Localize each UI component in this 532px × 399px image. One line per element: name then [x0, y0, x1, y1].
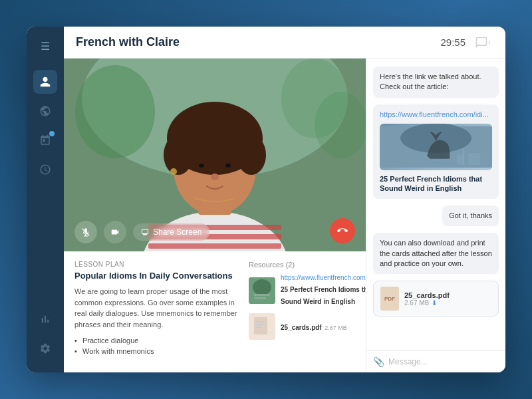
sidebar-item-globe[interactable]: [33, 99, 57, 123]
lesson-bullet-1: Practice dialogue: [74, 335, 238, 346]
resource-item-1: https://www.fluentfrench.com/idioms 25 P…: [249, 274, 355, 307]
app-container: ☰ French with Claire 29:55: [27, 27, 505, 372]
chat-message-input[interactable]: [388, 357, 499, 366]
lesson-section-label: Lesson Plan: [74, 261, 238, 268]
video-controls: Share Screen: [74, 221, 209, 243]
main-content: French with Claire 29:55 ›: [64, 27, 505, 372]
lesson-panel: Lesson Plan Popular Idioms In Daily Conv…: [64, 251, 366, 372]
resource-info-2: 25_cards.pdf 2.67 MB: [281, 321, 355, 332]
lesson-title: Popular Idioms In Daily Conversations: [74, 271, 238, 281]
sidebar: ☰: [27, 27, 64, 372]
resource-title-2: 25_cards.pdf: [281, 324, 322, 331]
svg-rect-33: [255, 327, 262, 328]
chat-message-4: You can also download and print the card…: [373, 233, 499, 274]
resource-link-1[interactable]: https://www.fluentfrench.com/idioms: [281, 274, 366, 281]
share-screen-button[interactable]: Share Screen: [133, 223, 209, 241]
chat-text-4: You can also download and print the card…: [380, 239, 492, 267]
svg-rect-28: [254, 297, 266, 299]
resource-thumb-pdf: [249, 313, 275, 340]
svg-rect-39: [457, 155, 464, 165]
share-screen-label: Share Screen: [153, 227, 201, 237]
video-lesson-panel: Share Screen Lesson Plan Popular Idioms …: [64, 59, 366, 372]
svg-point-20: [170, 168, 177, 175]
camera-button[interactable]: [104, 221, 126, 243]
svg-point-18: [225, 164, 231, 168]
chat-article-title: 25 Perfect French Idioms that Sound Weir…: [380, 174, 492, 194]
svg-rect-30: [254, 317, 267, 334]
file-size: 2.67 MB ⬇: [404, 299, 491, 307]
resources-panel: Resources (2) https://www.fluentfrench.c…: [249, 261, 355, 363]
lesson-bullet-2: Work with mnemonics: [74, 346, 238, 356]
chat-text-1: Here's the link we talked about. Check o…: [380, 72, 481, 90]
file-name: 25_cards.pdf: [404, 291, 491, 299]
chat-text-3: Got it, thanks: [449, 211, 492, 219]
chat-image-preview: [380, 124, 492, 170]
resource-title-1: 25 Perfect French Idioms that Sound Weir…: [281, 286, 366, 305]
svg-rect-31: [255, 321, 265, 323]
calendar-badge: [49, 131, 55, 136]
svg-rect-38: [468, 153, 480, 165]
end-call-button[interactable]: [330, 218, 355, 243]
svg-rect-6: [148, 243, 281, 249]
file-attachment: PDF 25_cards.pdf 2.67 MB ⬇: [373, 281, 499, 317]
lesson-description: We are going to learn proper usage of th…: [74, 286, 238, 330]
lesson-bullets: Practice dialogue Work with mnemonics: [74, 335, 238, 356]
svg-point-17: [199, 164, 204, 168]
lesson-info: Lesson Plan Popular Idioms In Daily Conv…: [74, 261, 238, 363]
content-area: Share Screen Lesson Plan Popular Idioms …: [64, 59, 505, 372]
chat-message-2: https://www.fluentfrench.com/idi...: [373, 104, 499, 199]
resource-info-1: https://www.fluentfrench.com/idioms 25 P…: [281, 274, 366, 307]
menu-icon[interactable]: ☰: [37, 36, 54, 57]
attach-icon[interactable]: 📎: [373, 356, 384, 367]
session-timer: 29:55: [440, 37, 466, 48]
chat-toggle-icon[interactable]: ›: [472, 32, 493, 53]
svg-rect-27: [254, 294, 270, 296]
sidebar-item-calendar[interactable]: [33, 128, 57, 152]
chat-input-area: 📎: [366, 350, 505, 372]
resource-thumb-article: [249, 277, 275, 304]
page-title: French with Claire: [76, 35, 434, 49]
chat-message-1: Here's the link we talked about. Check o…: [373, 66, 499, 98]
resource-item-2: 25_cards.pdf 2.67 MB: [249, 313, 355, 340]
chat-panel: Here's the link we talked about. Check o…: [366, 59, 505, 372]
resources-label: Resources (2): [249, 261, 355, 269]
sidebar-item-clock[interactable]: [33, 158, 57, 182]
video-area: Share Screen: [64, 59, 366, 251]
header: French with Claire 29:55 ›: [64, 27, 505, 59]
svg-point-19: [211, 174, 219, 180]
chat-messages: Here's the link we talked about. Check o…: [366, 59, 505, 350]
chat-link-2[interactable]: https://www.fluentfrench.com/idi...: [380, 110, 492, 120]
svg-point-21: [75, 65, 155, 158]
resource-size-2: 2.67 MB: [325, 325, 347, 331]
svg-point-23: [315, 92, 366, 158]
sidebar-bottom: [33, 307, 57, 363]
sidebar-item-user[interactable]: [33, 70, 57, 94]
svg-point-26: [253, 279, 271, 295]
sidebar-item-chart[interactable]: [33, 307, 57, 331]
file-info: 25_cards.pdf 2.67 MB ⬇: [404, 291, 491, 307]
chat-message-3: Got it, thanks: [442, 205, 499, 226]
svg-rect-32: [255, 324, 265, 325]
download-icon[interactable]: ⬇: [432, 299, 437, 307]
file-icon: PDF: [380, 287, 399, 311]
mute-mic-button[interactable]: [74, 221, 97, 243]
sidebar-item-settings[interactable]: [33, 336, 57, 360]
svg-point-14: [195, 112, 235, 138]
